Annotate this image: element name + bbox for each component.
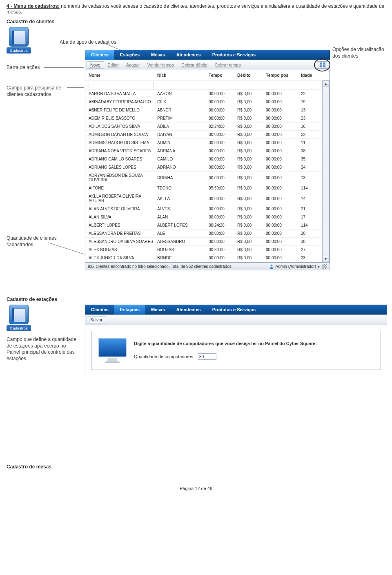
table-row[interactable]: ALESSANDRA DE FREITASALE00:00:00R$ 0,000…: [85, 230, 322, 238]
col-debito[interactable]: Débito: [237, 73, 266, 78]
table-row[interactable]: ALAN ALVES DE OLIVEIRAALVES00:00:00R$ 0,…: [85, 205, 322, 213]
col-nome[interactable]: Nome: [89, 73, 157, 78]
table-row[interactable]: ALAN SILVAALAN00:00:00R$ 0,0000:00:0017: [85, 213, 322, 221]
editar-button: Editar: [104, 61, 122, 69]
tab-mesas[interactable]: Mesas: [145, 305, 171, 314]
tab-estacoes[interactable]: Estações: [114, 50, 145, 60]
table-row[interactable]: ADEMIR ELIS BASSOTOPRETIM00:00:00R$ 0,00…: [85, 114, 322, 123]
cadastros-menu-icon-2[interactable]: Cadastros: [7, 305, 31, 331]
table-row[interactable]: ADILA DOS SANTOS SILVAADILA02:24:00R$ 0,…: [85, 123, 322, 131]
col-idade[interactable]: Idade: [301, 73, 317, 78]
cell-nome: ABINADABY FERREIRA ARAUJO: [89, 100, 157, 104]
user-icon: [269, 264, 274, 269]
cell-idade: 21: [301, 207, 317, 211]
table-row[interactable]: ALESSANDRO DA SILVA SOARESALESSANDRO00:0…: [85, 238, 322, 246]
table-row[interactable]: ADRYAN EDSON DE SOUZA OLIVEIRADRINHA00:0…: [85, 172, 322, 184]
cell-idade: 24: [301, 165, 317, 169]
cell-tempo: 00:00:00: [209, 157, 237, 161]
section-clientes: Cadastro de clientes: [7, 19, 385, 25]
qty-input[interactable]: [198, 353, 216, 360]
search-input[interactable]: [89, 82, 154, 88]
cell-idade: 17: [301, 215, 317, 219]
table-row[interactable]: ADRIANA ROSA VITOR SOARESADRIANA00:00:00…: [85, 147, 322, 155]
cell-debito: R$ 0,00: [237, 91, 266, 96]
table-row[interactable]: ABINADABY FERREIRA ARAUJOCILK00:00:00R$ …: [85, 98, 322, 106]
cell-debito: R$ 0,00: [237, 215, 266, 219]
cell-nome: ADMILSON DAIYAN DE SOUZA: [89, 132, 157, 137]
cell-tempo: 00:00:00: [209, 256, 237, 260]
table-row[interactable]: ADRIANO SALES LOPESADRIANO00:00:00R$ 0,0…: [85, 163, 322, 172]
cell-nick: ALVES: [157, 207, 209, 211]
tab-atendentes[interactable]: Atendentes: [171, 50, 207, 60]
chevron-down-icon[interactable]: ▾: [318, 264, 320, 269]
table-row[interactable]: AARON DA SILVA MALTAAARON00:00:00R$ 0,00…: [85, 90, 322, 98]
cell-idade: 14: [301, 196, 317, 201]
col-nick[interactable]: Nick: [157, 73, 209, 78]
cell-nick: BOUZAS: [157, 247, 209, 252]
table-row[interactable]: ADMILSON DAIYAN DE SOUZADAIYAN00:00:00R$…: [85, 131, 322, 139]
cell-nome: ALEX JUNIOR DA SILVA: [89, 256, 157, 260]
scrollbar[interactable]: ▲ ▼: [322, 80, 330, 262]
cell-debito: R$ 0,00: [237, 176, 266, 180]
cell-nick: PRETIM: [157, 116, 209, 120]
qty-label: Quantidade de computadores:: [134, 354, 194, 359]
tab-mesas[interactable]: Mesas: [145, 50, 171, 60]
cell-tempopos: 00:00:00: [266, 186, 301, 190]
scroll-up-icon[interactable]: ▲: [322, 80, 330, 87]
tab-clientes[interactable]: Clientes: [85, 305, 114, 314]
table-row[interactable]: ALEX BOUZASBOUZAS00:30:00R$ 0,0000:00:00…: [85, 246, 322, 254]
view-options-button[interactable]: [317, 61, 328, 69]
cell-tempo: 00:00:00: [209, 231, 237, 236]
cell-nome: ALESSANDRO DA SILVA SOARES: [89, 239, 157, 244]
tab-clientes[interactable]: Clientes: [85, 50, 114, 60]
cell-nome: ALESSANDRA DE FREITAS: [89, 231, 157, 236]
cell-debito: R$ 0,00: [237, 132, 266, 137]
scroll-down-icon[interactable]: ▼: [322, 256, 330, 262]
cell-tempopos: 00:00:00: [266, 247, 301, 252]
col-tempopos[interactable]: Tempo pós: [266, 73, 301, 78]
cell-debito: R$ 0.00: [237, 256, 266, 260]
table-row[interactable]: ABNER FELIPE DE MELLOABNER00:00:00R$ 0,0…: [85, 106, 322, 114]
section-estacoes: Cadastro de estações: [7, 296, 385, 302]
cell-tempo: 00:00:00: [209, 91, 237, 96]
novo-button[interactable]: Novo: [87, 61, 104, 69]
cell-nome: AIFONE: [89, 186, 157, 190]
cadastros-menu-icon[interactable]: Cadastros: [7, 27, 31, 53]
cell-idade: 19: [301, 100, 317, 104]
anno-qtd: Quantidade de clientes cadastrados: [7, 235, 76, 248]
cell-debito: R$ 0,00: [237, 157, 266, 161]
cell-tempo: 00:00:00: [209, 165, 237, 169]
cell-tempo: 00:30:00: [209, 247, 237, 252]
cell-idade: 16: [301, 124, 317, 129]
cell-nick: AKLLA: [157, 196, 209, 201]
tabbar: Clientes Estações Mesas Atendentes Produ…: [85, 50, 330, 60]
cell-idade: 27: [301, 247, 317, 252]
anno-aba: Aba de tipos de cadastros: [60, 39, 133, 46]
table-row[interactable]: ALBERTI LOPESALBERT LOPES00:24:28R$ 0,00…: [85, 221, 322, 230]
resize-grip-icon[interactable]: [322, 264, 327, 269]
cell-nome: ALAN SILVA: [89, 215, 157, 219]
col-tempo[interactable]: Tempo: [209, 73, 237, 78]
cell-nome: ADRYAN EDSON DE SOUZA OLIVEIRA: [89, 173, 157, 182]
estacoes-instruction: Digite a quantidade de computadores que …: [134, 341, 374, 346]
table-row[interactable]: ADRIANO CAMILO SOARESCAMILO00:00:00R$ 0,…: [85, 155, 322, 163]
tab-produtos[interactable]: Produtos e Serviços: [207, 50, 261, 60]
cell-nome: ADILA DOS SANTOS SILVA: [89, 124, 157, 129]
table-row[interactable]: AIFONETECNO05:50:00R$ 0,0000:00:00114: [85, 184, 322, 192]
cell-tempopos: 00:00:00: [266, 140, 301, 145]
cell-nick: ADRIANO: [157, 165, 209, 169]
table-row[interactable]: ADMINISTRADOR DO SISTEMAADMIN00:00:00R$ …: [85, 139, 322, 147]
cell-idade: 30: [301, 239, 317, 244]
tab-atendentes[interactable]: Atendentes: [171, 305, 207, 314]
cell-tempopos: 00:00:00: [266, 108, 301, 112]
tab-estacoes[interactable]: Estações: [114, 305, 145, 314]
salvar-button[interactable]: Salvar: [87, 316, 106, 323]
status-bar: 932 clientes encontrado no filtro seleci…: [85, 263, 330, 270]
tab-produtos[interactable]: Produtos e Serviços: [207, 305, 261, 314]
table-row[interactable]: AKLLA ROBERTA OLIVEIRA AGUIARAKLLA00:00:…: [85, 192, 322, 205]
cell-tempo: 00:24:28: [209, 223, 237, 227]
card-view-icon: [320, 62, 325, 67]
cell-debito: R$ 0,00: [237, 247, 266, 252]
table-row[interactable]: ALEX JUNIOR DA SILVABONDE00:00:00R$ 0.00…: [85, 254, 322, 262]
cell-idade: 114: [301, 186, 317, 190]
